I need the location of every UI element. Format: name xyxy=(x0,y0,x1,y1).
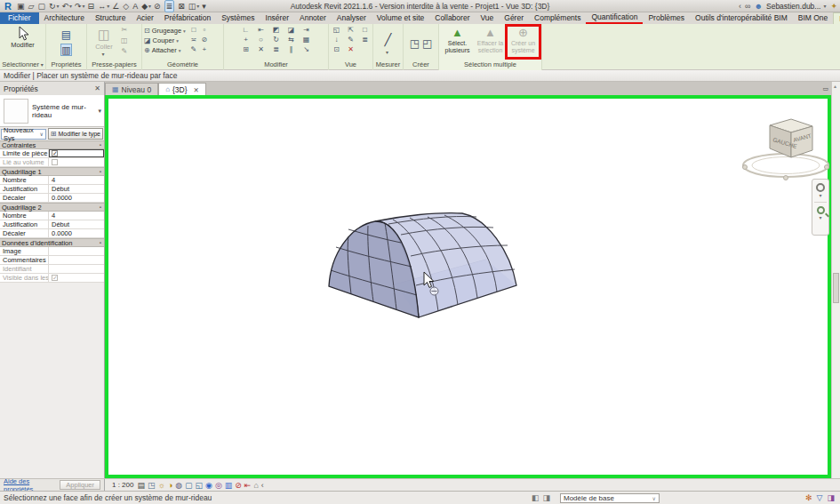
tab-structure[interactable]: Structure xyxy=(90,12,132,24)
match-type-icon[interactable]: ✂ xyxy=(121,26,128,35)
property-value[interactable] xyxy=(49,158,104,166)
select-multiple-button[interactable]: ▲Sélect. plusieurs xyxy=(442,26,473,53)
modify-panel-label[interactable]: Modifier xyxy=(224,60,328,70)
type-selector-caret-icon[interactable]: ▾ xyxy=(98,108,104,115)
close-view-icon[interactable] xyxy=(190,85,199,94)
worksets-icon[interactable]: ◧ xyxy=(532,493,540,502)
steering-wheel-icon[interactable] xyxy=(816,183,825,192)
aligned-dimension-icon[interactable]: ∠ xyxy=(112,1,119,12)
isolate-icon[interactable]: ⇱ xyxy=(345,26,356,35)
user-account-menu[interactable]: Sebastien.dub... xyxy=(766,2,820,11)
switch-windows-icon-caret[interactable]: ▾ xyxy=(196,3,199,9)
sun-path-icon[interactable]: ☼ xyxy=(158,480,165,491)
view-scale-button[interactable]: 1 : 200 xyxy=(112,481,133,489)
select-panel-label[interactable]: Sélectionner xyxy=(0,60,45,70)
tab-probl-mes[interactable]: Problèmes xyxy=(643,12,690,24)
section-pin-icon[interactable] xyxy=(100,169,104,174)
measure-icon-caret[interactable]: ▾ xyxy=(107,3,109,9)
measure-button[interactable]: ╱ ▾ xyxy=(375,31,401,55)
switch-windows-icon[interactable]: ◫ xyxy=(188,1,196,12)
detail-level-icon[interactable]: ▤ xyxy=(137,480,145,491)
worksharing-display-icon[interactable]: ⌂ xyxy=(253,480,258,491)
redo-icon-caret[interactable]: ▾ xyxy=(83,3,85,9)
reset-icon[interactable]: ✕ xyxy=(345,45,356,54)
split-icon[interactable]: ≣ xyxy=(270,45,283,54)
undo-icon[interactable]: ↶ xyxy=(61,1,68,12)
default-3d-view-icon[interactable]: ◆ xyxy=(141,1,148,12)
property-checkbox[interactable] xyxy=(52,150,58,156)
view-panel-label[interactable]: Vue xyxy=(329,60,372,70)
section-pin-icon[interactable] xyxy=(100,204,104,210)
create-system-button[interactable]: ⊕Créer un système xyxy=(508,26,539,53)
tab-bim-one[interactable]: BIM One xyxy=(793,12,834,24)
multiselect-panel-label[interactable]: Sélection multiple xyxy=(439,60,541,70)
tab-architecture[interactable]: Architecture xyxy=(39,12,90,24)
section-icon[interactable]: ⊘ xyxy=(154,1,161,12)
copy-tool-icon[interactable]: ○ xyxy=(255,36,268,44)
temporary-view-properties-icon[interactable]: ▥ xyxy=(225,480,233,491)
tab-g-rer[interactable]: Gérer xyxy=(499,12,529,24)
search-icon[interactable]: ∞ xyxy=(745,2,750,11)
geometry-item-0[interactable]: ⊡Grugeage xyxy=(144,26,186,36)
measure-panel-label[interactable]: Mesurer xyxy=(373,60,403,70)
property-value[interactable] xyxy=(49,247,104,255)
property-value[interactable]: 0.0000 xyxy=(49,194,104,202)
edit-type-button[interactable]: Modifier le type xyxy=(48,128,103,140)
paste-button[interactable]: ◫ Coller ▾ xyxy=(89,26,119,57)
tab-ins-rer[interactable]: Insérer xyxy=(260,12,294,24)
array-icon[interactable]: ▦ xyxy=(300,36,313,44)
measure-icon[interactable]: ↔ xyxy=(98,1,106,12)
zoom-caret-icon[interactable]: ▾ xyxy=(819,216,821,220)
undo-icon-caret[interactable]: ▾ xyxy=(69,3,72,9)
tab-annoter[interactable]: Annoter xyxy=(294,12,332,24)
unpin-icon[interactable]: ↘ xyxy=(300,45,313,54)
tab-acier[interactable]: Acier xyxy=(131,12,158,24)
close-hidden-windows-icon[interactable]: ⊠ xyxy=(178,1,185,12)
hide-category-icon[interactable]: ◱ xyxy=(331,26,342,35)
property-value[interactable]: 4 xyxy=(49,176,104,184)
property-value[interactable]: 0.0000 xyxy=(49,229,104,237)
property-value[interactable]: Début xyxy=(49,220,104,228)
trim-icon[interactable]: ⇆ xyxy=(285,36,298,44)
rendering-icon[interactable]: ◍ xyxy=(175,480,182,491)
create-assembly-icon[interactable]: ◰ xyxy=(422,39,432,48)
tab-analyser[interactable]: Analyser xyxy=(332,12,372,24)
print-icon[interactable]: ⊟ xyxy=(88,1,95,12)
scrollbar-thumb[interactable] xyxy=(833,273,839,303)
section-header-0[interactable]: Contraintes xyxy=(0,140,104,149)
temporary-hide-icon[interactable]: ◉ xyxy=(205,480,212,491)
thin-lines-icon[interactable]: ≣ xyxy=(164,0,175,12)
section-header-1[interactable]: Quadrillage 1 xyxy=(0,167,104,176)
mirror-draw-icon[interactable]: ◪ xyxy=(285,26,298,35)
align-icon[interactable]: ∟ xyxy=(240,26,252,35)
ui-layout-icon[interactable]: ▣ xyxy=(17,1,25,12)
drawing-area[interactable]: GAUCHE AVANT ▾ ▾ xyxy=(105,95,831,478)
design-options-dropdown[interactable]: Modèle de base xyxy=(560,493,660,503)
pin-icon[interactable]: ∥ xyxy=(285,45,298,54)
mirror-axis-icon[interactable]: ◩ xyxy=(270,26,283,35)
property-value[interactable] xyxy=(49,149,104,157)
view-tab-1[interactable]: ⌂{3D} xyxy=(158,83,206,95)
tab-contextual-modify[interactable]: Modifier | Placer un système de mur-ride… xyxy=(833,12,840,24)
open-icon[interactable]: ▱ xyxy=(28,1,34,12)
property-value[interactable]: Début xyxy=(49,185,104,193)
sync-icon[interactable]: ↻ xyxy=(49,1,56,12)
tab-quantification[interactable]: Quantification xyxy=(586,12,643,24)
design-options-icon[interactable]: ◨ xyxy=(543,493,551,502)
paste-aligned-icon[interactable]: ✎ xyxy=(121,47,128,56)
close-properties-icon[interactable] xyxy=(94,84,104,92)
linework-icon[interactable]: ✎ xyxy=(345,36,356,44)
section-header-3[interactable]: Données d'identification xyxy=(0,238,104,247)
property-value[interactable] xyxy=(49,265,104,273)
modify-button[interactable]: Modifier xyxy=(2,26,44,49)
section-pin-icon[interactable] xyxy=(100,240,104,245)
editable-only-icon[interactable]: ▽ xyxy=(817,493,823,502)
crop-view-icon[interactable]: ▢ xyxy=(185,480,193,491)
override-graphics-icon[interactable]: ↓ xyxy=(331,36,342,44)
beam-joins-icon[interactable]: ▫ xyxy=(200,26,209,35)
customize-qat-icon[interactable]: ▾ xyxy=(202,1,206,12)
paint-icon[interactable]: ✎ xyxy=(189,45,198,54)
tab-collaborer[interactable]: Collaborer xyxy=(429,12,475,24)
instance-dropdown[interactable]: Nouveaux Sys xyxy=(1,129,46,140)
property-value[interactable] xyxy=(49,274,104,282)
